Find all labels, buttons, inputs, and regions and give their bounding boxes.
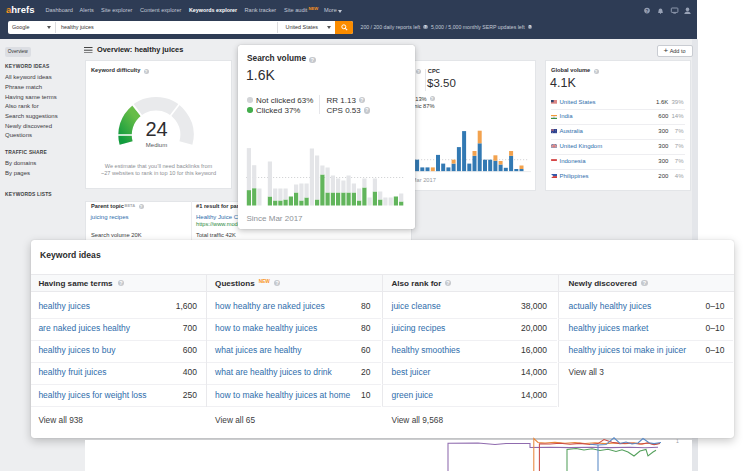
- svg-text:?: ?: [646, 8, 649, 13]
- svg-text:1: 1: [676, 438, 679, 444]
